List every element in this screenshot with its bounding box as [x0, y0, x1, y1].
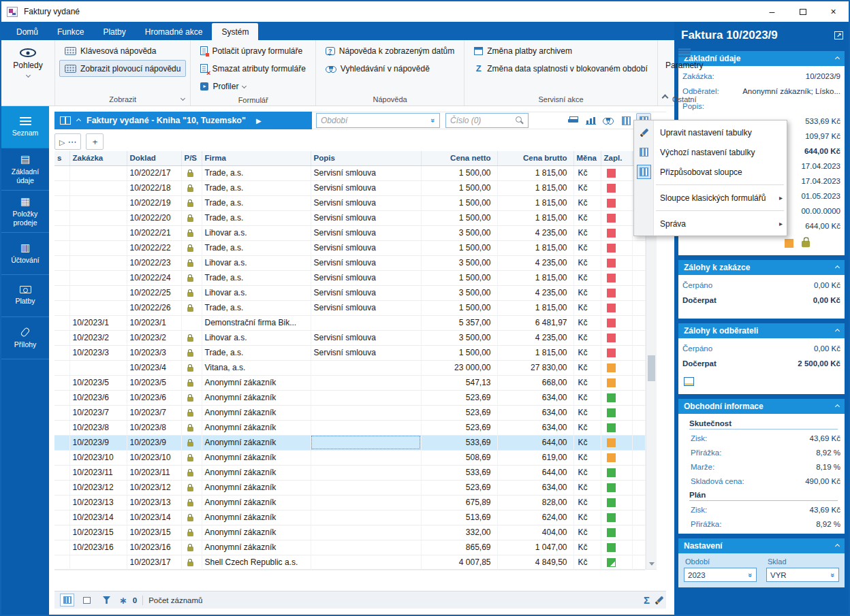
- obdobi-filter[interactable]: Období: [316, 113, 440, 128]
- open-in-window-icon[interactable]: [834, 31, 843, 39]
- column-header-doklad[interactable]: Doklad: [127, 151, 181, 165]
- tab-system[interactable]: Systém: [212, 23, 258, 40]
- menu-item-upravit-nastaveni-tabulky[interactable]: Upravit nastavení tabulky: [634, 123, 787, 142]
- table-row[interactable]: 10/2022/17Trade, a.s.Servisní smlouva1 5…: [54, 165, 646, 180]
- scroll-down-icon[interactable]: [646, 559, 657, 569]
- table-row[interactable]: 10/2023/1110/2023/11Anonymní zákazník533…: [54, 465, 646, 480]
- sidebar-item-uctovani[interactable]: ▥Účtování: [1, 233, 49, 275]
- print-button[interactable]: [565, 113, 580, 128]
- table-row[interactable]: 10/2022/26Trade, a.s.Servisní smlouva1 5…: [54, 300, 646, 315]
- table-row[interactable]: 10/2023/1310/2023/13Anonymní zákazník675…: [54, 495, 646, 510]
- table-row[interactable]: 10/2023/610/2023/6Anonymní zákazník523,6…: [54, 390, 646, 405]
- collapse-section-icon[interactable]: [835, 56, 840, 61]
- tab-hromadne-akce[interactable]: Hromadné akce: [136, 23, 212, 40]
- table-row[interactable]: 10/2023/1610/2023/16Anonymní zákazník865…: [54, 540, 646, 555]
- table-row[interactable]: 10/2023/810/2023/8Anonymní zákazník523,6…: [54, 420, 646, 435]
- menu-item-sprava[interactable]: Správa: [634, 214, 787, 233]
- table-row[interactable]: 10/2023/1410/2023/14Anonymní zákazník513…: [54, 510, 646, 525]
- table-row[interactable]: 10/2022/22Trade, a.s.Servisní smlouva1 5…: [54, 240, 646, 255]
- find-button[interactable]: [601, 113, 616, 128]
- sum-button[interactable]: [644, 594, 650, 606]
- deposit-document-icon[interactable]: [684, 377, 694, 386]
- napoveda-k-datum-button[interactable]: Nápověda k zobrazeným datům: [320, 42, 460, 59]
- column-header-ps[interactable]: P/S: [181, 151, 202, 165]
- table-row[interactable]: 10/2022/20Trade, a.s.Servisní smlouva1 5…: [54, 210, 646, 225]
- cislo-search-input[interactable]: Číslo (0): [445, 113, 529, 128]
- table-row[interactable]: 10/2023/910/2023/9Anonymní zákazník533,6…: [54, 435, 646, 450]
- filter-button[interactable]: [99, 594, 114, 606]
- table-row[interactable]: 10/2023/210/2023/2Lihovar a.s.Servisní s…: [54, 330, 646, 345]
- column-header-mena[interactable]: Měna: [573, 151, 601, 165]
- table-row[interactable]: 10/2023/17Shell Czech Republic a.s.4 007…: [54, 555, 646, 570]
- sidebar-item-prilohy[interactable]: Přílohy: [1, 317, 49, 359]
- expand-arrow-icon[interactable]: [256, 117, 262, 125]
- table-row[interactable]: 10/2023/310/2023/3Trade, a.s.Servisní sm…: [54, 345, 646, 360]
- section-header[interactable]: Zálohy k odběrateli: [678, 323, 845, 338]
- sidebar-item-seznam[interactable]: Seznam: [1, 106, 49, 148]
- column-header-zakazka[interactable]: Zakázka: [69, 151, 127, 165]
- table-row[interactable]: 10/2022/23Lihovar a.s.Servisní smlouva3 …: [54, 255, 646, 270]
- table-row[interactable]: 10/2022/21Lihovar a.s.Servisní smlouva3 …: [54, 225, 646, 240]
- zobrazit-plovouci-napovedu-button[interactable]: Zobrazit plovoucí nápovědu: [59, 60, 186, 77]
- parametry-button[interactable]: Parametry: [662, 42, 707, 93]
- column-header-netto[interactable]: Cena netto: [421, 151, 497, 165]
- minimize-button[interactable]: –: [757, 1, 787, 22]
- column-header-firma[interactable]: Firma: [202, 151, 311, 165]
- klavesova-napoveda-button[interactable]: Klávesová nápověda: [59, 42, 186, 59]
- smazat-atributy-formulare-button[interactable]: Smazat atributy formuláře: [195, 60, 311, 77]
- tab-funkce[interactable]: Funkce: [48, 23, 93, 40]
- collapse-header-icon[interactable]: [76, 118, 81, 123]
- menu-item-prizpusobovat-sloupce[interactable]: Přizpůsobovat sloupce: [634, 162, 787, 182]
- column-header-s[interactable]: s: [54, 151, 69, 165]
- chart-button[interactable]: [583, 113, 598, 128]
- view-box-button[interactable]: [80, 594, 94, 606]
- chevron-down-icon[interactable]: [180, 96, 185, 101]
- scrollbar-thumb[interactable]: [648, 355, 655, 381]
- table-row[interactable]: 10/2023/110/2023/1Demonstrační firma Bik…: [54, 315, 646, 330]
- column-header-popis[interactable]: Popis: [311, 151, 421, 165]
- table-view-button[interactable]: [618, 113, 633, 128]
- sidebar-item-zakladni-udaje[interactable]: ▤Základní údaje: [1, 148, 49, 191]
- sidebar-item-platby[interactable]: Platby: [1, 275, 49, 317]
- collapse-section-icon[interactable]: [835, 328, 840, 333]
- pohledy-button[interactable]: Pohledy: [5, 42, 50, 93]
- table-row[interactable]: 10/2023/4Vitana, a.s.23 000,0027 830,00K…: [54, 360, 646, 375]
- layout-toggle-button[interactable]: [60, 594, 74, 606]
- sklad-select[interactable]: VYR: [766, 568, 839, 582]
- run-filter-button[interactable]: [54, 133, 81, 150]
- close-button[interactable]: ×: [818, 1, 849, 22]
- profiler-button[interactable]: Profiler: [195, 78, 311, 95]
- add-record-button[interactable]: +: [86, 133, 104, 150]
- column-header-zapl[interactable]: Zapl.: [601, 151, 632, 165]
- zmena-platby-archivem-button[interactable]: Změna platby archivem: [469, 42, 652, 59]
- tab-domu[interactable]: Domů: [7, 23, 48, 40]
- section-header[interactable]: Obchodní informace: [678, 399, 845, 414]
- edit-pencil-button[interactable]: [655, 596, 664, 604]
- collapse-section-icon[interactable]: [835, 404, 840, 408]
- table-row[interactable]: 10/2023/710/2023/7Anonymní zákazník523,6…: [54, 405, 646, 420]
- table-row[interactable]: 10/2022/19Trade, a.s.Servisní smlouva1 5…: [54, 195, 646, 210]
- paid-status-icon: [607, 184, 616, 193]
- menu-item-vychozi-nastaveni-tabulky[interactable]: Výchozí nastavení tabulky: [634, 142, 787, 162]
- table-row[interactable]: 10/2023/1510/2023/15Anonymní zákazník332…: [54, 525, 646, 540]
- table-row[interactable]: 10/2022/18Trade, a.s.Servisní smlouva1 5…: [54, 180, 646, 195]
- zmena-data-splatnosti-button[interactable]: Změna data splatnosti v blokovaném obdob…: [469, 60, 652, 77]
- sidebar-item-polozky-prodeje[interactable]: ▦Položky prodeje: [1, 191, 49, 233]
- table-row[interactable]: 10/2022/24Trade, a.s.Servisní smlouva1 5…: [54, 270, 646, 285]
- browse-list-icon[interactable]: [60, 116, 71, 125]
- table-row[interactable]: 10/2023/1210/2023/12Anonymní zákazník523…: [54, 480, 646, 495]
- collapse-section-icon[interactable]: [835, 543, 840, 548]
- potlacit-upravy-formulare-button[interactable]: Potlačit úpravy formuláře: [195, 42, 311, 59]
- obdobi-select[interactable]: 2023: [684, 568, 757, 582]
- table-row[interactable]: 10/2023/1010/2023/10Anonymní zákazník508…: [54, 450, 646, 465]
- maximize-button[interactable]: [787, 1, 818, 22]
- menu-item-sloupce-klasickych-formularu[interactable]: Sloupce klasických formulářů: [634, 188, 787, 208]
- table-row[interactable]: 10/2023/510/2023/5Anonymní zákazník547,1…: [54, 375, 646, 390]
- section-header[interactable]: Nastavení: [678, 538, 845, 553]
- tab-platby[interactable]: Platby: [93, 23, 135, 40]
- collapse-section-icon[interactable]: [835, 265, 840, 270]
- section-header[interactable]: Zálohy k zakázce: [678, 260, 845, 275]
- table-row[interactable]: 10/2022/25Lihovar a.s.Servisní smlouva3 …: [54, 285, 646, 300]
- vyhledavani-v-napovede-button[interactable]: Vyhledávání v nápovědě: [320, 60, 460, 77]
- column-header-brutto[interactable]: Cena brutto: [497, 151, 573, 165]
